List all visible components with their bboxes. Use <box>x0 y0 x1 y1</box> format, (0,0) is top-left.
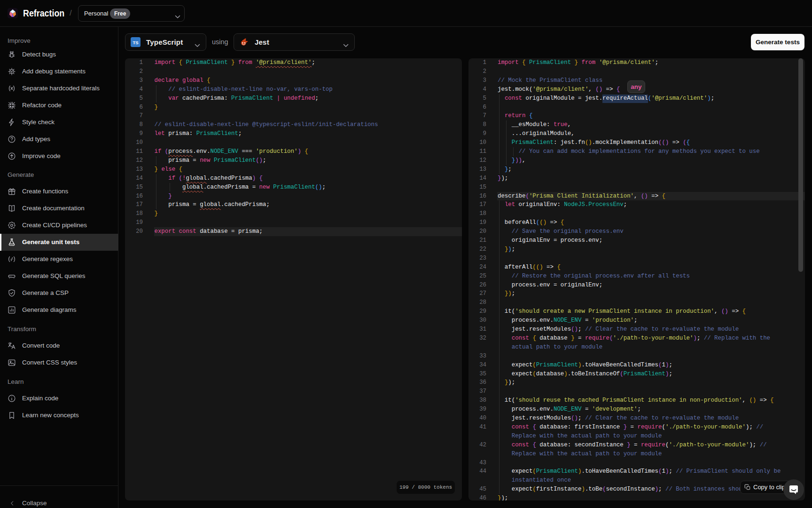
svg-text:TS: TS <box>133 40 138 45</box>
